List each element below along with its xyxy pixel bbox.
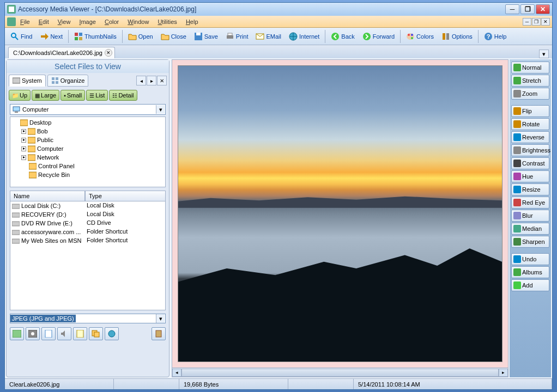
view-small-button[interactable]: ▪ Small (60, 90, 85, 101)
menu-image[interactable]: Image (75, 17, 100, 27)
toolbar-colors[interactable]: Colors (403, 30, 437, 42)
media-video-button[interactable] (26, 327, 40, 340)
tool-add[interactable]: Add (511, 279, 549, 291)
tool-flip[interactable]: Flip (511, 105, 549, 117)
tool-normal[interactable]: Normal (511, 62, 549, 74)
globe-icon (289, 32, 298, 41)
media-text-button[interactable] (73, 327, 87, 340)
tool-redeye[interactable]: Red Eye (511, 197, 549, 209)
expand-icon[interactable]: ▸ (21, 146, 26, 151)
tool-sharpen[interactable]: Sharpen (511, 236, 549, 248)
tool-albums[interactable]: Albums (511, 266, 549, 278)
tree-node[interactable]: ▸Computer (11, 144, 164, 153)
toolbar-internet[interactable]: Internet (286, 30, 323, 42)
toolbar-print[interactable]: Print (222, 30, 252, 42)
toolbar-forward[interactable]: Forward (359, 30, 398, 42)
status-bar: ClearLake0206.jpg 19,668 Bytes 5/14/2011… (5, 378, 552, 389)
tab-organize[interactable]: Organize (47, 75, 89, 87)
view-up-button[interactable]: 📁 Up (9, 90, 31, 101)
svg-rect-54 (513, 77, 521, 84)
media-copy-button[interactable] (89, 327, 103, 340)
tool-undo[interactable]: Undo (511, 253, 549, 265)
location-combo[interactable]: Computer ▾ (10, 104, 166, 115)
file-row[interactable]: DVD RW Drive (E:)CD Drive (10, 219, 165, 228)
file-row[interactable]: My Web Sites on MSNFolder Shortcut (10, 236, 165, 245)
tree-node[interactable]: Control Panel (11, 162, 164, 170)
tree-node[interactable]: ▸Public (11, 136, 164, 144)
toolbar-thumbnails[interactable]: ThumbNails (71, 30, 120, 42)
minimize-button[interactable]: ─ (505, 4, 519, 14)
tree-node[interactable]: Desktop (11, 118, 164, 127)
chevron-down-icon[interactable]: ▾ (156, 105, 165, 114)
media-docs-button[interactable] (41, 327, 56, 340)
close-button[interactable]: ✕ (536, 4, 550, 14)
tool-resize[interactable]: Resize (511, 183, 549, 195)
chevron-down-icon[interactable]: ▾ (156, 314, 165, 323)
scroll-right-button[interactable]: ▸ (499, 369, 508, 377)
menu-help[interactable]: Help (181, 17, 203, 27)
toolbar-help[interactable]: ?Help (481, 30, 510, 42)
menu-window[interactable]: Window (123, 17, 153, 27)
expand-icon[interactable]: ▸ (21, 138, 26, 143)
scroll-left-button[interactable]: ◂ (172, 369, 181, 377)
maximize-button[interactable]: ❐ (520, 4, 535, 14)
tool-stretch[interactable]: Stretch (511, 75, 549, 87)
tree-node[interactable]: ▸Bob (11, 127, 164, 136)
folder-open-icon (128, 32, 137, 41)
view-large-button[interactable]: ▦ Large (32, 90, 59, 101)
tool-zoom[interactable]: Zoom (511, 88, 549, 100)
tool-brightness[interactable]: Brightness (511, 144, 549, 156)
horizontal-scrollbar[interactable]: ◂ ▸ (172, 368, 508, 377)
tool-contrast[interactable]: Contrast (511, 157, 549, 169)
column-name[interactable]: Name (10, 191, 85, 201)
tool-reverse[interactable]: Reverse (511, 131, 549, 143)
tool-median[interactable]: Median (511, 223, 549, 235)
toolbar-next[interactable]: Next (37, 30, 66, 42)
media-image-button[interactable] (10, 327, 24, 340)
mdi-restore[interactable]: ❐ (532, 18, 541, 26)
toolbar-close[interactable]: Close (158, 30, 190, 42)
view-list-button[interactable]: ☰ List (86, 90, 108, 101)
menu-edit[interactable]: Edit (34, 17, 53, 27)
menu-view[interactable]: View (53, 17, 75, 27)
mdi-minimize[interactable]: ─ (523, 18, 531, 26)
tree-node[interactable]: ▸Network (11, 153, 164, 162)
toolbar-back[interactable]: Back (328, 30, 358, 42)
toolbar-find[interactable]: Find (7, 30, 35, 42)
tab-close-icon[interactable]: ✕ (105, 49, 112, 57)
media-paste-button[interactable] (152, 327, 166, 340)
mdi-close[interactable]: ✕ (541, 18, 550, 26)
toolbar-open[interactable]: Open (125, 30, 156, 42)
menu-file[interactable]: File (16, 17, 34, 27)
photo-canvas[interactable] (178, 65, 502, 362)
view-detail-button[interactable]: ☷ Detail (109, 90, 137, 101)
tool-label: Undo (522, 256, 536, 262)
toolbar-save[interactable]: Save (191, 30, 221, 42)
expand-icon[interactable]: ▸ (21, 129, 26, 134)
nav-back-button[interactable]: ◂ (136, 76, 146, 85)
svg-rect-25 (13, 78, 20, 83)
media-web-button[interactable] (105, 327, 119, 340)
tab-system[interactable]: System (9, 75, 46, 87)
tree-node[interactable]: Recycle Bin (11, 170, 164, 179)
doc-tab[interactable]: C:\Downloads\ClearLake0206.jpg ✕ (8, 47, 115, 58)
toolbar-options[interactable]: Options (438, 30, 476, 42)
file-row[interactable]: accessoryware.com ...Folder Shortcut (10, 228, 165, 236)
svg-rect-2 (7, 17, 16, 26)
tool-blur[interactable]: Blur (511, 210, 549, 222)
nav-close-button[interactable]: ✕ (157, 76, 167, 85)
nav-forward-button[interactable]: ▸ (147, 76, 156, 85)
toolbar-email[interactable]: EMail (252, 30, 284, 42)
app-window: Accessory Media Viewer - [C:\Downloads\C… (4, 2, 553, 390)
tool-rotate[interactable]: Rotate (511, 118, 549, 130)
menu-color[interactable]: Color (100, 17, 123, 27)
tool-hue[interactable]: Hue (511, 170, 549, 182)
file-type-filter[interactable]: JPEG (JPG and JPEG) ▾ (10, 314, 166, 323)
file-row[interactable]: RECOVERY (D:)Local Disk (10, 210, 165, 219)
menu-utilities[interactable]: Utilities (153, 17, 181, 27)
tab-overflow-button[interactable]: ▾ (539, 50, 549, 58)
expand-icon[interactable]: ▸ (21, 155, 26, 160)
file-row[interactable]: Local Disk (C:)Local Disk (10, 201, 165, 210)
media-audio-button[interactable] (57, 327, 71, 340)
column-type[interactable]: Type (85, 191, 166, 201)
